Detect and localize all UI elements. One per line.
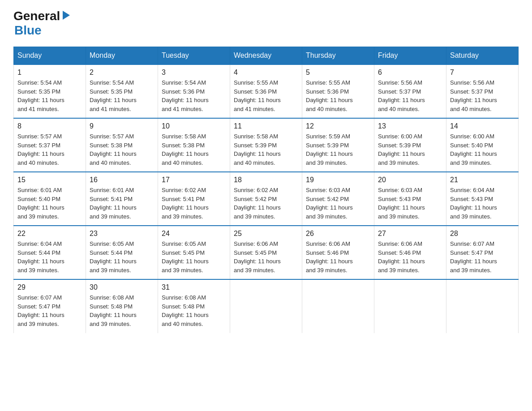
day-number: 27 <box>378 230 442 238</box>
day-info: Sunrise: 6:06 AMSunset: 5:46 PMDaylight:… <box>378 240 442 274</box>
day-info: Sunrise: 5:55 AMSunset: 5:36 PMDaylight:… <box>306 78 370 113</box>
day-number: 15 <box>17 176 82 184</box>
day-info: Sunrise: 5:57 AMSunset: 5:38 PMDaylight:… <box>90 132 154 167</box>
day-number: 19 <box>306 176 370 184</box>
calendar-week-row: 29Sunrise: 6:07 AMSunset: 5:47 PMDayligh… <box>14 279 519 333</box>
column-header-tuesday: Tuesday <box>158 47 230 65</box>
day-info: Sunrise: 5:57 AMSunset: 5:37 PMDaylight:… <box>17 132 82 167</box>
calendar-cell: 15Sunrise: 6:01 AMSunset: 5:40 PMDayligh… <box>14 172 86 226</box>
calendar-header-row: SundayMondayTuesdayWednesdayThursdayFrid… <box>14 47 519 65</box>
day-info: Sunrise: 6:03 AMSunset: 5:43 PMDaylight:… <box>378 186 442 221</box>
day-info: Sunrise: 6:07 AMSunset: 5:47 PMDaylight:… <box>17 293 82 328</box>
day-number: 20 <box>378 176 442 184</box>
day-info: Sunrise: 6:00 AMSunset: 5:40 PMDaylight:… <box>450 132 515 167</box>
day-info: Sunrise: 5:56 AMSunset: 5:37 PMDaylight:… <box>450 78 515 113</box>
calendar-table: SundayMondayTuesdayWednesdayThursdayFrid… <box>13 47 519 333</box>
day-number: 29 <box>17 283 82 291</box>
calendar-cell: 29Sunrise: 6:07 AMSunset: 5:47 PMDayligh… <box>14 279 86 333</box>
day-info: Sunrise: 5:59 AMSunset: 5:39 PMDaylight:… <box>306 132 370 167</box>
calendar-week-row: 15Sunrise: 6:01 AMSunset: 5:40 PMDayligh… <box>14 172 519 226</box>
day-info: Sunrise: 6:05 AMSunset: 5:45 PMDaylight:… <box>162 240 226 274</box>
calendar-cell: 30Sunrise: 6:08 AMSunset: 5:48 PMDayligh… <box>86 279 158 333</box>
calendar-cell <box>374 279 446 333</box>
calendar-cell: 5Sunrise: 5:55 AMSunset: 5:36 PMDaylight… <box>302 64 374 118</box>
calendar-cell: 21Sunrise: 6:04 AMSunset: 5:43 PMDayligh… <box>446 172 519 226</box>
day-number: 10 <box>162 122 226 130</box>
calendar-cell: 27Sunrise: 6:06 AMSunset: 5:46 PMDayligh… <box>374 226 446 279</box>
calendar-cell: 6Sunrise: 5:56 AMSunset: 5:37 PMDaylight… <box>374 64 446 118</box>
calendar-cell: 26Sunrise: 6:06 AMSunset: 5:46 PMDayligh… <box>302 226 374 279</box>
calendar-cell: 13Sunrise: 6:00 AMSunset: 5:39 PMDayligh… <box>374 118 446 172</box>
calendar-cell: 23Sunrise: 6:05 AMSunset: 5:44 PMDayligh… <box>86 226 158 279</box>
calendar-week-row: 8Sunrise: 5:57 AMSunset: 5:37 PMDaylight… <box>14 118 519 172</box>
logo-blue-text: Blue <box>14 23 42 37</box>
day-info: Sunrise: 6:05 AMSunset: 5:44 PMDaylight:… <box>90 240 154 274</box>
calendar-cell: 16Sunrise: 6:01 AMSunset: 5:41 PMDayligh… <box>86 172 158 226</box>
day-info: Sunrise: 5:54 AMSunset: 5:36 PMDaylight:… <box>162 78 226 113</box>
calendar-cell: 24Sunrise: 6:05 AMSunset: 5:45 PMDayligh… <box>158 226 230 279</box>
day-number: 22 <box>17 230 82 238</box>
calendar-cell: 17Sunrise: 6:02 AMSunset: 5:41 PMDayligh… <box>158 172 230 226</box>
calendar-cell: 7Sunrise: 5:56 AMSunset: 5:37 PMDaylight… <box>446 64 519 118</box>
calendar-cell: 19Sunrise: 6:03 AMSunset: 5:42 PMDayligh… <box>302 172 374 226</box>
day-info: Sunrise: 5:54 AMSunset: 5:35 PMDaylight:… <box>17 78 82 113</box>
logo: General Blue <box>13 9 71 38</box>
calendar-cell: 18Sunrise: 6:02 AMSunset: 5:42 PMDayligh… <box>230 172 302 226</box>
day-info: Sunrise: 6:02 AMSunset: 5:41 PMDaylight:… <box>162 186 226 221</box>
calendar-week-row: 1Sunrise: 5:54 AMSunset: 5:35 PMDaylight… <box>14 64 519 118</box>
day-number: 5 <box>306 68 370 77</box>
calendar-cell <box>302 279 374 333</box>
day-number: 14 <box>450 122 515 130</box>
day-info: Sunrise: 6:06 AMSunset: 5:45 PMDaylight:… <box>234 240 298 274</box>
day-info: Sunrise: 5:56 AMSunset: 5:37 PMDaylight:… <box>378 78 442 113</box>
logo-triangle-icon <box>61 11 71 21</box>
calendar-cell <box>446 279 519 333</box>
day-number: 8 <box>17 122 82 130</box>
day-number: 25 <box>234 230 298 238</box>
column-header-friday: Friday <box>374 47 446 65</box>
day-number: 4 <box>234 68 298 77</box>
day-info: Sunrise: 6:04 AMSunset: 5:43 PMDaylight:… <box>450 186 515 221</box>
calendar-cell: 10Sunrise: 5:58 AMSunset: 5:38 PMDayligh… <box>158 118 230 172</box>
day-number: 31 <box>162 283 226 291</box>
calendar-cell: 20Sunrise: 6:03 AMSunset: 5:43 PMDayligh… <box>374 172 446 226</box>
calendar-cell: 11Sunrise: 5:58 AMSunset: 5:39 PMDayligh… <box>230 118 302 172</box>
day-number: 21 <box>450 176 515 184</box>
column-header-thursday: Thursday <box>302 47 374 65</box>
svg-marker-0 <box>63 11 70 20</box>
calendar-cell: 28Sunrise: 6:07 AMSunset: 5:47 PMDayligh… <box>446 226 519 279</box>
logo-general-text: General <box>13 9 60 23</box>
day-number: 9 <box>90 122 154 130</box>
calendar-cell: 14Sunrise: 6:00 AMSunset: 5:40 PMDayligh… <box>446 118 519 172</box>
calendar-cell: 25Sunrise: 6:06 AMSunset: 5:45 PMDayligh… <box>230 226 302 279</box>
day-number: 7 <box>450 68 515 77</box>
column-header-wednesday: Wednesday <box>230 47 302 65</box>
day-number: 17 <box>162 176 226 184</box>
day-number: 30 <box>90 283 154 291</box>
calendar-cell: 8Sunrise: 5:57 AMSunset: 5:37 PMDaylight… <box>14 118 86 172</box>
day-info: Sunrise: 6:01 AMSunset: 5:41 PMDaylight:… <box>90 186 154 221</box>
day-info: Sunrise: 5:58 AMSunset: 5:38 PMDaylight:… <box>162 132 226 167</box>
calendar-cell: 2Sunrise: 5:54 AMSunset: 5:35 PMDaylight… <box>86 64 158 118</box>
day-info: Sunrise: 6:08 AMSunset: 5:48 PMDaylight:… <box>90 293 154 328</box>
day-info: Sunrise: 6:04 AMSunset: 5:44 PMDaylight:… <box>17 240 82 274</box>
column-header-sunday: Sunday <box>14 47 86 65</box>
calendar-cell: 1Sunrise: 5:54 AMSunset: 5:35 PMDaylight… <box>14 64 86 118</box>
calendar-cell: 4Sunrise: 5:55 AMSunset: 5:36 PMDaylight… <box>230 64 302 118</box>
calendar-cell: 22Sunrise: 6:04 AMSunset: 5:44 PMDayligh… <box>14 226 86 279</box>
column-header-monday: Monday <box>86 47 158 65</box>
day-number: 24 <box>162 230 226 238</box>
day-number: 16 <box>90 176 154 184</box>
day-info: Sunrise: 6:01 AMSunset: 5:40 PMDaylight:… <box>17 186 82 221</box>
day-info: Sunrise: 6:02 AMSunset: 5:42 PMDaylight:… <box>234 186 298 221</box>
calendar-cell: 31Sunrise: 6:08 AMSunset: 5:48 PMDayligh… <box>158 279 230 333</box>
day-number: 2 <box>90 68 154 77</box>
page-header: General Blue <box>13 9 519 38</box>
day-number: 18 <box>234 176 298 184</box>
calendar-cell: 12Sunrise: 5:59 AMSunset: 5:39 PMDayligh… <box>302 118 374 172</box>
calendar-cell <box>230 279 302 333</box>
day-info: Sunrise: 6:00 AMSunset: 5:39 PMDaylight:… <box>378 132 442 167</box>
day-info: Sunrise: 6:08 AMSunset: 5:48 PMDaylight:… <box>162 293 226 328</box>
day-info: Sunrise: 5:54 AMSunset: 5:35 PMDaylight:… <box>90 78 154 113</box>
day-number: 23 <box>90 230 154 238</box>
